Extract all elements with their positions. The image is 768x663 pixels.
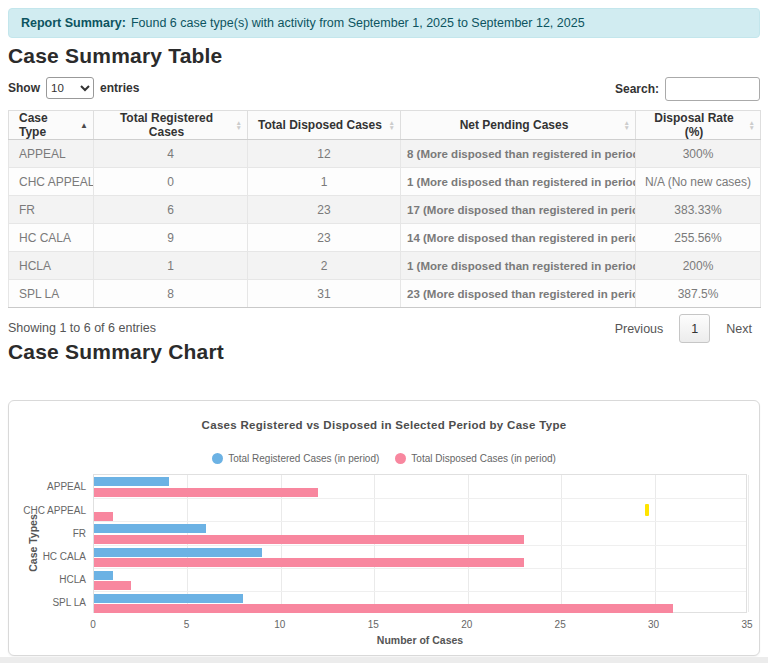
pending-count: 14: [407, 232, 420, 244]
chart-category-row: FR: [94, 521, 746, 544]
legend-item[interactable]: Total Disposed Cases (in period): [395, 453, 556, 464]
sort-both-icon: ▲▼: [624, 120, 630, 130]
cell-disposal-rate: 387.5%: [636, 280, 761, 308]
cell-net-pending: 23 (More disposed than registered in per…: [401, 280, 636, 308]
chart-plot-area: APPEALCHC APPEALFRHC CALAHCLASPL LA: [93, 474, 747, 613]
pagination: Previous 1 Next: [605, 314, 762, 343]
x-axis-tick: 5: [184, 619, 190, 630]
search-control: Search:: [615, 77, 760, 101]
cell-case-type: SPL LA: [9, 280, 94, 308]
x-axis-label: Number of Cases: [93, 634, 747, 646]
sort-both-icon: ▲▼: [236, 120, 242, 130]
table-row: SPL LA83123 (More disposed than register…: [9, 280, 761, 308]
bar-registered-appeal[interactable]: [94, 477, 169, 486]
x-axis-tick: 25: [555, 619, 566, 630]
page-length-suffix: entries: [100, 81, 139, 95]
report-summary-text: Found 6 case type(s) with activity from …: [131, 16, 585, 30]
page-length-prefix: Show: [8, 81, 40, 95]
column-header-rate[interactable]: Disposal Rate (%) ▲▼: [636, 111, 761, 140]
legend-swatch-icon: [395, 453, 406, 464]
pending-note: (More disposed than registered in period…: [423, 204, 636, 216]
y-axis-label: Case Types: [27, 514, 39, 572]
table-controls: Show 10 entries Search:: [8, 77, 760, 103]
column-header-registered[interactable]: Total Registered Cases ▲▼: [94, 111, 248, 140]
chart-category-row: APPEAL: [94, 475, 746, 498]
bar-registered-spl-la[interactable]: [94, 594, 243, 603]
category-label: CHC APPEAL: [6, 505, 86, 516]
cell-net-pending: 1 (More disposed than registered in peri…: [401, 252, 636, 280]
next-page-button[interactable]: Next: [716, 315, 762, 343]
pending-note: (More disposed than registered in period…: [423, 232, 636, 244]
page-length-select[interactable]: 10: [46, 77, 94, 99]
page-bottom-strip: [0, 657, 768, 663]
cell-disposed: 23: [248, 224, 401, 252]
bar-disposed-appeal[interactable]: [94, 488, 318, 497]
cell-disposal-rate: N/A (No new cases): [636, 168, 761, 196]
chart-category-row: HCLA: [94, 568, 746, 591]
column-header-disposed[interactable]: Total Disposed Cases ▲▼: [248, 111, 401, 140]
table-info: Showing 1 to 6 of 6 entries: [8, 321, 156, 335]
chart-legend: Total Registered Cases (in period)Total …: [9, 453, 759, 464]
pending-count: 23: [407, 288, 420, 300]
bar-disposed-chc-appeal[interactable]: [94, 512, 113, 521]
chart-category-row: HC CALA: [94, 545, 746, 568]
pending-count: 8: [407, 148, 413, 160]
table-header-row: Case Type ▲ Total Registered Cases ▲▼ To…: [9, 111, 761, 140]
cell-registered: 9: [94, 224, 248, 252]
cell-case-type: APPEAL: [9, 140, 94, 168]
cell-disposal-rate: 255.56%: [636, 224, 761, 252]
cell-net-pending: 17 (More disposed than registered in per…: [401, 196, 636, 224]
legend-item[interactable]: Total Registered Cases (in period): [212, 453, 379, 464]
category-label: HC CALA: [6, 551, 86, 562]
case-summary-table: Case Type ▲ Total Registered Cases ▲▼ To…: [8, 110, 761, 308]
cell-disposed: 1: [248, 168, 401, 196]
cell-net-pending: 1 (More disposed than registered in peri…: [401, 168, 636, 196]
cell-case-type: CHC APPEAL: [9, 168, 94, 196]
x-axis-tick: 15: [368, 619, 379, 630]
table-row: HCLA121 (More disposed than registered i…: [9, 252, 761, 280]
cell-case-type: FR: [9, 196, 94, 224]
bar-disposed-spl-la[interactable]: [94, 604, 673, 613]
x-axis-tick: 20: [461, 619, 472, 630]
cell-disposed: 2: [248, 252, 401, 280]
bar-registered-hcla[interactable]: [94, 571, 113, 580]
pending-count: 17: [407, 204, 420, 216]
cell-disposal-rate: 200%: [636, 252, 761, 280]
bar-disposed-hcla[interactable]: [94, 581, 131, 590]
category-label: HCLA: [6, 574, 86, 585]
bar-registered-fr[interactable]: [94, 524, 206, 533]
report-summary-label: Report Summary:: [21, 16, 126, 30]
cell-disposed: 23: [248, 196, 401, 224]
cell-disposal-rate: 300%: [636, 140, 761, 168]
search-input[interactable]: [665, 77, 760, 101]
pending-count: 1: [407, 260, 413, 272]
table-row: APPEAL4128 (More disposed than registere…: [9, 140, 761, 168]
column-header-case-type[interactable]: Case Type ▲: [9, 111, 94, 140]
pending-note: (More disposed than registered in period…: [417, 260, 636, 272]
cell-net-pending: 8 (More disposed than registered in peri…: [401, 140, 636, 168]
cell-registered: 8: [94, 280, 248, 308]
pending-note: (More disposed than registered in period…: [423, 288, 636, 300]
category-label: FR: [6, 528, 86, 539]
x-axis-tick: 0: [90, 619, 96, 630]
x-axis-tick: 35: [741, 619, 752, 630]
bar-registered-hc-cala[interactable]: [94, 548, 262, 557]
bar-disposed-fr[interactable]: [94, 535, 524, 544]
highlight-marker: [645, 504, 649, 516]
table-row: CHC APPEAL011 (More disposed than regist…: [9, 168, 761, 196]
column-header-pending[interactable]: Net Pending Cases ▲▼: [401, 111, 636, 140]
sort-both-icon: ▲▼: [389, 120, 395, 130]
previous-page-button[interactable]: Previous: [605, 315, 674, 343]
category-label: SPL LA: [6, 597, 86, 608]
cell-case-type: HC CALA: [9, 224, 94, 252]
current-page-button[interactable]: 1: [679, 314, 710, 343]
cell-registered: 4: [94, 140, 248, 168]
table-row: FR62317 (More disposed than registered i…: [9, 196, 761, 224]
category-label: APPEAL: [6, 481, 86, 492]
pending-count: 1: [407, 176, 413, 188]
cell-case-type: HCLA: [9, 252, 94, 280]
sort-both-icon: ▲▼: [749, 120, 755, 130]
chart-category-row: SPL LA: [94, 591, 746, 614]
cell-registered: 6: [94, 196, 248, 224]
bar-disposed-hc-cala[interactable]: [94, 558, 524, 567]
